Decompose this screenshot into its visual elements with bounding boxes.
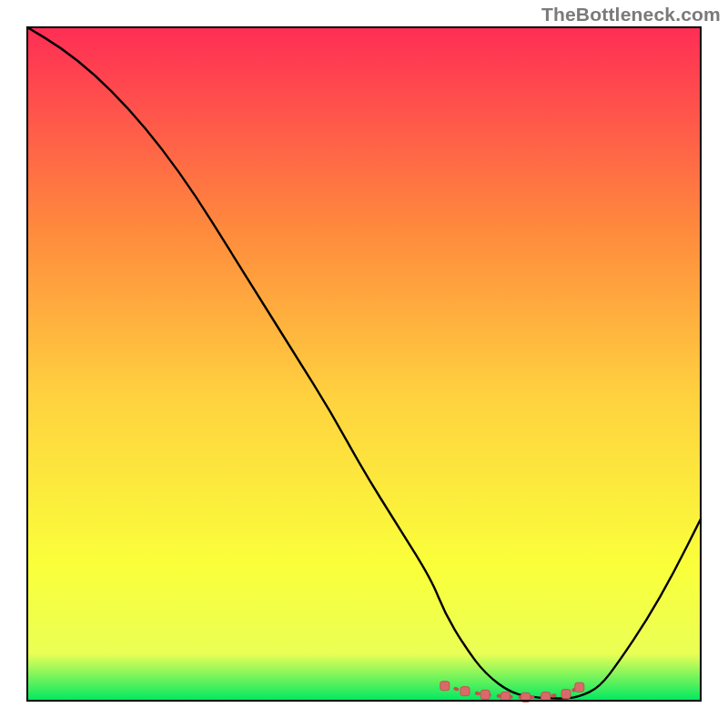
svg-rect-2 [480,690,490,699]
chart-background-gradient [27,27,701,701]
svg-rect-1 [460,687,470,696]
svg-rect-7 [575,682,584,692]
svg-rect-6 [561,690,571,699]
watermark-text: TheBottleneck.com [541,4,721,25]
svg-rect-0 [440,682,450,691]
bottleneck-chart [0,0,728,728]
